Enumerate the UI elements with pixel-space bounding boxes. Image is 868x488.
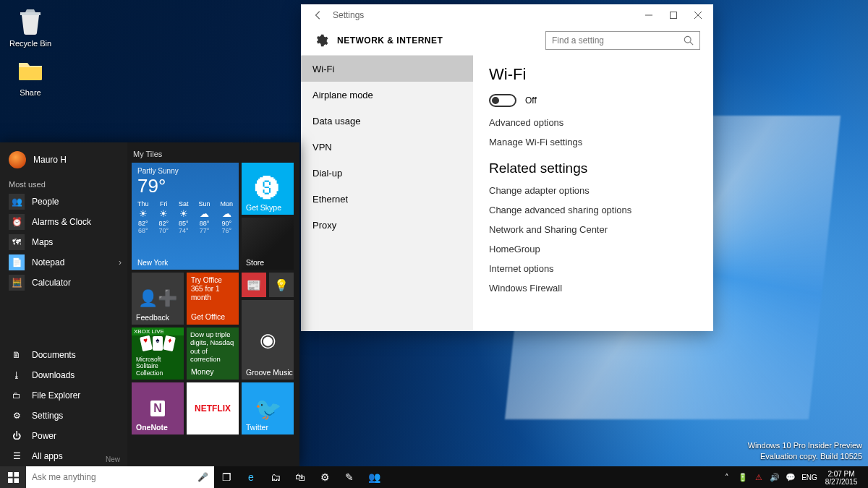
minimize-button[interactable]: [637, 5, 661, 25]
tray-volume-icon[interactable]: 🔊: [767, 466, 783, 488]
tile-feedback[interactable]: 👤➕ Feedback: [132, 273, 184, 325]
search-icon: [684, 35, 694, 46]
desktop-icons: Recycle Bin Share: [4, 4, 62, 103]
cortana-search-input[interactable]: [32, 472, 197, 482]
tile-money[interactable]: Dow up triple digits, Nasdaq out of corr…: [187, 328, 239, 380]
taskbar-store[interactable]: 🛍: [288, 466, 312, 488]
app-notepad[interactable]: 📄Notepad›: [0, 252, 127, 273]
tray-language[interactable]: ENG: [799, 466, 820, 488]
page-title: Wi-Fi: [489, 65, 697, 84]
place-downloads[interactable]: ⭳Downloads: [0, 365, 127, 385]
windows-watermark: Windows 10 Pro Insider Preview Evaluatio…: [748, 440, 862, 462]
link-advanced-options[interactable]: Advanced options: [489, 117, 697, 128]
tile-caption: Groove Music: [246, 368, 293, 377]
place-all-apps[interactable]: ☰All appsNew: [0, 446, 127, 466]
taskbar-settings[interactable]: ⚙: [312, 466, 337, 488]
tile-get-office[interactable]: Try Office 365 for 1 month Get Office: [187, 273, 239, 325]
tile-onenote[interactable]: N OneNote: [132, 382, 184, 435]
nav-item-data-usage[interactable]: Data usage: [301, 108, 473, 134]
place-label: Settings: [32, 411, 63, 421]
tile-solitaire[interactable]: XBOX LIVE ♥ ♠ ♦ Microsoft Solitaire Coll…: [132, 328, 184, 380]
start-username: Mauro H: [33, 155, 67, 165]
nav-item-dialup[interactable]: Dial-up: [301, 160, 473, 186]
link-change-advanced-sharing[interactable]: Change advanced sharing options: [489, 205, 697, 215]
link-network-sharing-center[interactable]: Network and Sharing Center: [489, 224, 697, 235]
tray-date: 8/27/2015: [820, 478, 862, 487]
notepad-icon: 📄: [9, 254, 25, 270]
money-headline: Dow up triple digits, Nasdaq out of corr…: [190, 330, 234, 363]
nav-item-ethernet[interactable]: Ethernet: [301, 186, 473, 212]
app-calculator[interactable]: 🧮Calculator: [0, 273, 127, 293]
tray-battery-icon[interactable]: 🔋: [735, 466, 751, 488]
tray-overflow[interactable]: ˄: [719, 466, 735, 488]
taskbar-people[interactable]: 👥: [362, 466, 386, 488]
nav-item-vpn[interactable]: VPN: [301, 134, 473, 160]
system-tray: ˄ 🔋 ⚠ 🔊 💬 ENG 2:07 PM 8/27/2015: [718, 466, 868, 488]
tray-clock[interactable]: 2:07 PM 8/27/2015: [820, 468, 862, 487]
tile-store[interactable]: Store: [242, 218, 294, 270]
link-windows-firewall[interactable]: Windows Firewall: [489, 283, 697, 294]
map-icon: 🗺: [9, 234, 25, 250]
wifi-toggle[interactable]: [489, 94, 516, 107]
settings-titlebar[interactable]: Settings: [301, 4, 713, 26]
app-alarms-clock[interactable]: ⏰Alarms & Clock: [0, 212, 127, 232]
close-button[interactable]: [686, 5, 710, 25]
link-homegroup[interactable]: HomeGroup: [489, 244, 697, 254]
place-file-explorer[interactable]: 🗀File Explorer: [0, 385, 127, 406]
taskbar-ink[interactable]: ✎: [337, 466, 362, 488]
tile-twitter[interactable]: 🐦 Twitter: [242, 382, 294, 435]
task-view-button[interactable]: ❐: [214, 466, 239, 488]
nav-item-wifi[interactable]: Wi-Fi: [301, 56, 473, 82]
tray-network-icon[interactable]: ⚠: [751, 466, 767, 488]
taskbar-edge[interactable]: e: [239, 466, 263, 488]
link-manage-wifi-settings[interactable]: Manage Wi-Fi settings: [489, 137, 697, 147]
place-settings[interactable]: ⚙Settings: [0, 406, 127, 426]
skype-icon: 🅢: [255, 175, 280, 203]
nav-item-proxy[interactable]: Proxy: [301, 212, 473, 238]
tile-groove-music[interactable]: ◉ Groove Music: [242, 300, 294, 380]
tile-caption: Feedback: [136, 313, 169, 322]
new-label: New: [106, 455, 120, 463]
share-folder-icon[interactable]: Share: [4, 53, 56, 103]
svg-point-1: [684, 36, 691, 43]
avatar-icon: [9, 151, 26, 168]
microphone-icon[interactable]: 🎤: [197, 472, 208, 482]
place-documents[interactable]: 🗎Documents: [0, 345, 127, 365]
explorer-icon: 🗀: [9, 388, 25, 403]
start-user-button[interactable]: Mauro H: [0, 147, 127, 176]
feedback-icon: 👤➕: [138, 289, 177, 308]
settings-search[interactable]: [545, 31, 700, 50]
place-label: Downloads: [32, 370, 75, 380]
link-change-adapter-options[interactable]: Change adapter options: [489, 185, 697, 196]
trash-icon: [16, 7, 45, 36]
taskbar-search[interactable]: 🎤: [26, 466, 214, 488]
tile-tips[interactable]: 💡: [269, 273, 294, 297]
desktop-icon-label: Recycle Bin: [4, 39, 56, 48]
maximize-button[interactable]: [661, 5, 686, 25]
tile-news[interactable]: 📰: [242, 273, 266, 297]
gear-icon: [314, 33, 328, 48]
news-icon: 📰: [247, 278, 261, 292]
document-icon: 🗎: [9, 347, 25, 363]
tile-caption: Money: [191, 367, 214, 377]
weather-city: New York: [137, 259, 168, 267]
link-internet-options[interactable]: Internet options: [489, 263, 697, 274]
place-power[interactable]: ⏻Power: [0, 426, 127, 446]
start-button[interactable]: [0, 466, 26, 488]
window-title: Settings: [333, 10, 637, 20]
app-people[interactable]: 👥People: [0, 192, 127, 212]
settings-search-input[interactable]: [552, 35, 684, 46]
app-maps[interactable]: 🗺Maps: [0, 232, 127, 252]
tile-caption: Twitter: [246, 423, 268, 432]
folder-icon: [16, 56, 45, 85]
recycle-bin-icon[interactable]: Recycle Bin: [4, 4, 56, 53]
tile-netflix[interactable]: NETFLIX: [187, 382, 239, 435]
place-label: Documents: [32, 350, 76, 360]
onenote-icon: N: [150, 401, 165, 416]
nav-item-airplane-mode[interactable]: Airplane mode: [301, 82, 473, 108]
tile-weather[interactable]: Partly Sunny 79° Thu☀82°68°Fri☀82°70°Sat…: [132, 163, 239, 270]
taskbar-file-explorer[interactable]: 🗂: [263, 466, 288, 488]
tile-get-skype[interactable]: 🅢 Get Skype: [242, 163, 294, 215]
tray-action-center-icon[interactable]: 💬: [783, 466, 799, 488]
back-button[interactable]: [308, 5, 328, 25]
